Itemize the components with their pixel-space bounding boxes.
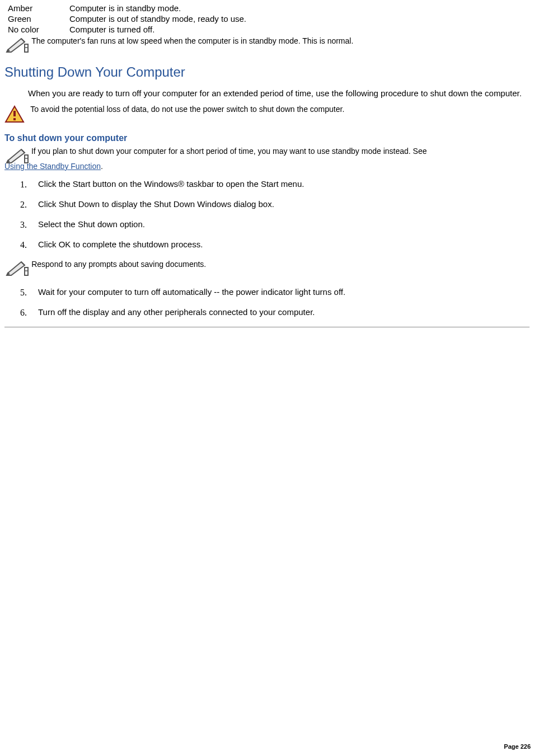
- svg-rect-7: [25, 267, 28, 275]
- note-respond: Respond to any prompts about saving docu…: [4, 260, 530, 276]
- divider: [4, 327, 530, 327]
- list-item: Wait for your computer to turn off autom…: [4, 287, 530, 298]
- link-standby[interactable]: Using the Standby Function: [4, 162, 101, 171]
- note-pre: If you plan to shut down your computer f…: [31, 147, 427, 156]
- table-row: Green Computer is out of standby mode, r…: [4, 14, 246, 25]
- list-item: Select the Shut down option.: [4, 219, 530, 230]
- status-meaning: Computer is in standby mode.: [69, 3, 246, 14]
- status-meaning: Computer is turned off.: [69, 25, 246, 35]
- list-item: Turn off the display and any other perip…: [4, 307, 530, 318]
- warning-icon: [4, 105, 25, 123]
- subsection-heading: To shut down your computer: [4, 133, 530, 143]
- page-number: Page 226: [504, 743, 531, 750]
- pencil-icon: [4, 260, 29, 276]
- note-text: The computer's fan runs at low speed whe…: [31, 36, 353, 45]
- steps-list-1: Click the Start button on the Windows® t…: [4, 179, 530, 251]
- pencil-icon: [4, 36, 29, 53]
- intro-text: When you are ready to turn off your comp…: [28, 88, 530, 99]
- status-meaning: Computer is out of standby mode, ready t…: [69, 14, 246, 25]
- list-item: Click OK to complete the shutdown proces…: [4, 239, 530, 250]
- note-post: .: [101, 162, 103, 171]
- status-color: Amber: [4, 3, 69, 14]
- status-color: No color: [4, 25, 69, 35]
- table-row: Amber Computer is in standby mode.: [4, 3, 246, 14]
- note-shutdown: If you plan to shut down your computer f…: [4, 147, 530, 170]
- status-color: Green: [4, 14, 69, 25]
- table-row: No color Computer is turned off.: [4, 25, 246, 35]
- note-text: Respond to any prompts about saving docu…: [31, 260, 206, 269]
- svg-rect-0: [25, 44, 28, 52]
- caution-text: To avoid the potential loss of data, do …: [27, 105, 344, 114]
- caution-note: To avoid the potential loss of data, do …: [4, 105, 530, 123]
- note-fan: The computer's fan runs at low speed whe…: [4, 36, 530, 53]
- svg-rect-4: [13, 118, 16, 120]
- status-table: Amber Computer is in standby mode. Green…: [4, 3, 246, 35]
- list-item: Click Shut Down to display the Shut Down…: [4, 199, 530, 210]
- steps-list-2: Wait for your computer to turn off autom…: [4, 287, 530, 318]
- list-item: Click the Start button on the Windows® t…: [4, 179, 530, 190]
- section-heading: Shutting Down Your Computer: [4, 64, 530, 80]
- svg-rect-3: [13, 111, 16, 116]
